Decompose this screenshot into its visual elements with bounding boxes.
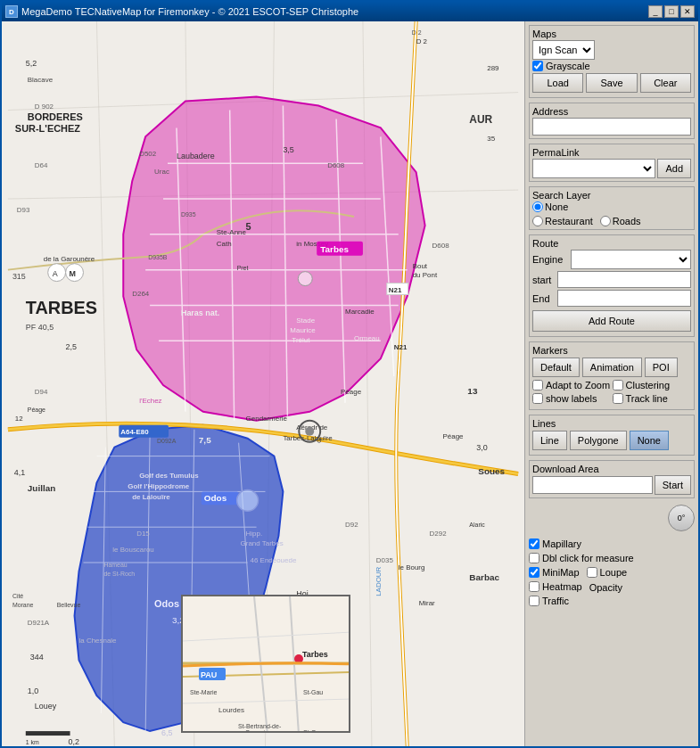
svg-text:Bellevue: Bellevue: [57, 602, 81, 608]
svg-text:Odos: Odos: [204, 493, 227, 503]
svg-text:D092A: D092A: [157, 438, 177, 444]
track-line-checkbox[interactable]: [613, 393, 623, 404]
grayscale-label: Grayscale: [546, 61, 590, 71]
radio-roads[interactable]: [600, 216, 611, 226]
maps-dropdown[interactable]: Ign Scan: [532, 40, 595, 60]
svg-text:Golf des Tumulus: Golf des Tumulus: [139, 472, 199, 480]
animation-button[interactable]: Animation: [582, 358, 642, 377]
permalink-select[interactable]: [532, 159, 655, 178]
svg-text:Tarbes: Tarbes: [320, 244, 349, 254]
svg-text:315: 315: [12, 272, 26, 281]
start-download-button[interactable]: Start: [655, 475, 691, 495]
dbl-click-checkbox[interactable]: [529, 553, 539, 563]
clustering-row: Clustering: [613, 380, 692, 390]
clear-button[interactable]: Clear: [640, 73, 691, 93]
permalink-add-button[interactable]: Add: [657, 159, 691, 178]
app-icon: D: [5, 5, 18, 18]
track-line-row: Track line: [613, 393, 692, 404]
svg-text:BORDERES: BORDERES: [28, 111, 83, 122]
grayscale-row: Grayscale: [532, 61, 691, 71]
minimap-checkbox[interactable]: [529, 567, 539, 578]
svg-text:Ste-Marie: Ste-Marie: [190, 689, 217, 695]
svg-text:D264: D264: [132, 290, 150, 298]
loupe-row: Loupe: [587, 567, 628, 578]
svg-text:Barbac: Barbac: [469, 572, 499, 582]
maximize-button[interactable]: □: [664, 5, 679, 18]
svg-text:Trélut: Trélut: [292, 336, 310, 344]
svg-text:Maurice: Maurice: [290, 326, 316, 334]
bottom-checkboxes: Mapillary Dbl click for measure MiniMap …: [529, 538, 695, 607]
heatmap-opacity-row: Heatmap Opacity: [529, 580, 695, 593]
poi-button[interactable]: POI: [645, 358, 678, 377]
add-route-button[interactable]: Add Route: [532, 310, 691, 332]
address-input[interactable]: tarbes: [532, 118, 691, 136]
traffic-checkbox[interactable]: [529, 596, 539, 606]
adapt-zoom-checkbox[interactable]: [532, 380, 543, 390]
radio-none[interactable]: [532, 201, 543, 212]
window-title: MegaDemo TECNativeMap for Firemonkey - ©…: [21, 6, 358, 17]
svg-text:AUR: AUR: [469, 113, 492, 126]
svg-text:D94: D94: [35, 388, 48, 396]
svg-text:D64: D64: [35, 161, 48, 169]
permalink-section: PermaLink Add: [529, 144, 695, 182]
none-lines-button[interactable]: None: [630, 431, 669, 450]
default-button[interactable]: Default: [532, 358, 580, 377]
lines-label: Lines: [532, 418, 691, 429]
svg-text:LADOUR: LADOUR: [375, 566, 383, 596]
svg-text:Louey: Louey: [35, 702, 57, 711]
svg-text:2,5: 2,5: [66, 342, 77, 351]
close-button[interactable]: ✕: [680, 5, 695, 18]
polygone-button[interactable]: Polygone: [570, 431, 627, 450]
svg-text:de la Garounère: de la Garounère: [44, 255, 95, 263]
svg-text:D608: D608: [327, 161, 345, 169]
main-window: D MegaDemo TECNativeMap for Firemonkey -…: [0, 0, 700, 748]
svg-text:St-Gau: St-Gau: [303, 689, 323, 695]
svg-text:Ormeau: Ormeau: [354, 334, 380, 342]
svg-text:D15: D15: [136, 530, 150, 538]
svg-text:D502: D502: [139, 150, 157, 158]
svg-text:Grand Tarbes: Grand Tarbes: [241, 539, 284, 547]
svg-point-130: [305, 427, 314, 436]
clustering-label: Clustering: [626, 380, 671, 390]
maps-section: Maps Ign Scan Grayscale Load Save Clear: [529, 25, 695, 98]
svg-text:D935: D935: [181, 211, 196, 218]
svg-text:D921A: D921A: [28, 619, 50, 627]
adapt-zoom-label: Adapt to Zoom: [546, 380, 610, 390]
save-button[interactable]: Save: [586, 73, 637, 93]
svg-text:0,2: 0,2: [69, 737, 79, 746]
svg-text:Bout: Bout: [413, 262, 428, 270]
loupe-checkbox[interactable]: [587, 567, 597, 578]
line-button[interactable]: Line: [532, 431, 567, 450]
download-label: Download Area: [532, 464, 691, 474]
load-button[interactable]: Load: [532, 73, 583, 93]
end-input[interactable]: [557, 290, 691, 307]
heatmap-label: Heatmap: [542, 581, 582, 592]
svg-text:D 2: D 2: [412, 29, 422, 36]
minimize-button[interactable]: _: [648, 5, 663, 18]
svg-text:A: A: [53, 269, 58, 278]
svg-text:Odos: Odos: [154, 598, 179, 609]
lines-section: Lines Line Polygone None: [529, 415, 695, 456]
svg-text:M: M: [70, 269, 76, 278]
start-input[interactable]: [557, 271, 691, 288]
svg-text:Pret: Pret: [237, 265, 249, 271]
grayscale-checkbox[interactable]: [532, 61, 543, 71]
svg-text:Laubadere: Laubadere: [177, 152, 215, 160]
heatmap-checkbox[interactable]: [529, 581, 539, 592]
svg-text:de Lalouïre: de Lalouïre: [132, 493, 170, 501]
engine-select[interactable]: [571, 250, 691, 269]
map-area[interactable]: D 902 D 2 289 35 N21 A64-E80 Blacave D 2…: [2, 21, 524, 746]
address-label: Address: [532, 106, 691, 117]
show-labels-checkbox[interactable]: [532, 393, 543, 404]
svg-text:Alaric: Alaric: [469, 522, 485, 528]
end-label: End: [532, 293, 555, 304]
svg-text:3,5: 3,5: [283, 145, 293, 154]
radio-restaurant[interactable]: [532, 216, 543, 226]
clustering-checkbox[interactable]: [613, 380, 623, 390]
svg-text:Cité: Cité: [12, 593, 23, 599]
svg-text:344: 344: [30, 653, 44, 662]
mapillary-checkbox[interactable]: [529, 538, 539, 549]
svg-text:12: 12: [15, 415, 23, 423]
minimap: Tarbes PAU Ste-Marie Lourdes St-Bertrand…: [181, 595, 350, 733]
svg-text:N21: N21: [389, 286, 402, 294]
